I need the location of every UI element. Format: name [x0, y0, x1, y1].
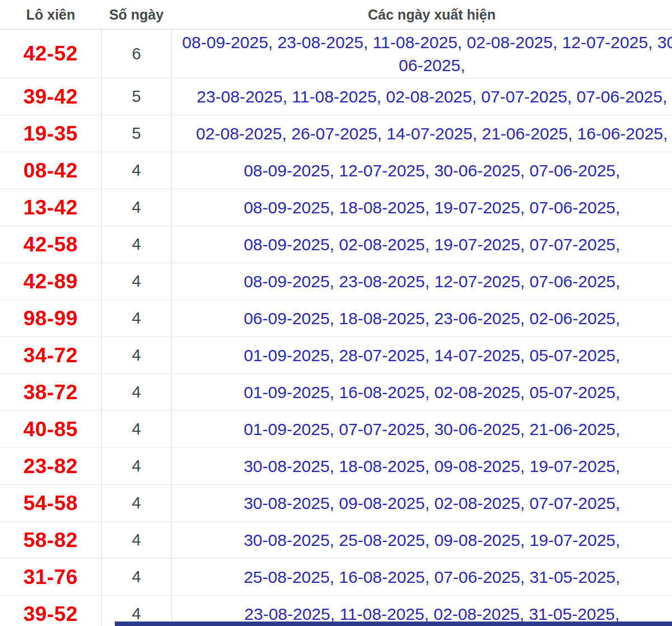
pair-cell: 42-89 — [0, 263, 101, 300]
dates-cell: 08-09-2025, 23-08-2025, 11-08-2025, 02-0… — [171, 30, 672, 78]
pair-cell: 58-82 — [0, 522, 101, 559]
pair-cell: 13-42 — [0, 189, 101, 226]
pair-cell: 38-72 — [0, 374, 101, 411]
dates-cell: 23-08-2025, 11-08-2025, 02-08-2025, 07-0… — [171, 78, 672, 115]
dates-cell: 25-08-2025, 16-08-2025, 07-06-2025, 31-0… — [171, 559, 672, 596]
days-cell: 4 — [101, 559, 171, 596]
pair-cell: 39-42 — [0, 78, 101, 115]
pair-cell: 54-58 — [0, 485, 101, 522]
dates-cell: 06-09-2025, 18-08-2025, 23-06-2025, 02-0… — [171, 300, 672, 337]
dates-cell: 08-09-2025, 12-07-2025, 30-06-2025, 07-0… — [171, 152, 672, 189]
days-cell: 4 — [101, 411, 171, 448]
days-cell: 5 — [101, 78, 171, 115]
table-row: 42-89 4 08-09-2025, 23-08-2025, 12-07-20… — [0, 263, 672, 300]
pair-cell: 31-76 — [0, 559, 101, 596]
table-row: 31-76 4 25-08-2025, 16-08-2025, 07-06-20… — [0, 559, 672, 596]
pair-cell: 23-82 — [0, 448, 101, 485]
days-cell: 4 — [101, 152, 171, 189]
dates-cell: 02-08-2025, 26-07-2025, 14-07-2025, 21-0… — [171, 115, 672, 152]
dates-cell: 01-09-2025, 07-07-2025, 30-06-2025, 21-0… — [171, 411, 672, 448]
table-row: 58-82 4 30-08-2025, 25-08-2025, 09-08-20… — [0, 522, 672, 559]
table-header-row: Lô xiên Số ngày Các ngày xuất hiện — [0, 0, 672, 30]
days-cell: 4 — [101, 189, 171, 226]
days-cell: 4 — [101, 374, 171, 411]
table-row: 34-72 4 01-09-2025, 28-07-2025, 14-07-20… — [0, 337, 672, 374]
dates-cell: 30-08-2025, 25-08-2025, 09-08-2025, 19-0… — [171, 522, 672, 559]
days-cell: 4 — [101, 448, 171, 485]
pair-cell: 19-35 — [0, 115, 101, 152]
table-row: 13-42 4 08-09-2025, 18-08-2025, 19-07-20… — [0, 189, 672, 226]
pair-cell: 42-52 — [0, 30, 101, 78]
lottery-statistics-page: Lô xiên Số ngày Các ngày xuất hiện 42-52… — [0, 0, 672, 626]
days-cell: 4 — [101, 300, 171, 337]
dates-cell: 01-09-2025, 28-07-2025, 14-07-2025, 05-0… — [171, 337, 672, 374]
dates-cell: 30-08-2025, 09-08-2025, 02-08-2025, 07-0… — [171, 485, 672, 522]
column-header-dates: Các ngày xuất hiện — [171, 0, 672, 30]
table-row: 19-35 5 02-08-2025, 26-07-2025, 14-07-20… — [0, 115, 672, 152]
table-row: 23-82 4 30-08-2025, 18-08-2025, 09-08-20… — [0, 448, 672, 485]
dates-cell: 08-09-2025, 18-08-2025, 19-07-2025, 07-0… — [171, 189, 672, 226]
pair-cell: 08-42 — [0, 152, 101, 189]
table-row: 08-42 4 08-09-2025, 12-07-2025, 30-06-20… — [0, 152, 672, 189]
days-cell: 4 — [101, 522, 171, 559]
dates-cell: 01-09-2025, 16-08-2025, 02-08-2025, 05-0… — [171, 374, 672, 411]
dates-cell: 08-09-2025, 23-08-2025, 12-07-2025, 07-0… — [171, 263, 672, 300]
days-cell: 4 — [101, 337, 171, 374]
table-row: 39-42 5 23-08-2025, 11-08-2025, 02-08-20… — [0, 78, 672, 115]
column-header-days: Số ngày — [101, 0, 171, 30]
dates-cell: 08-09-2025, 02-08-2025, 19-07-2025, 07-0… — [171, 226, 672, 263]
days-cell: 6 — [101, 30, 171, 78]
column-header-pair: Lô xiên — [0, 0, 101, 30]
table-row: 42-58 4 08-09-2025, 02-08-2025, 19-07-20… — [0, 226, 672, 263]
days-cell: 4 — [101, 263, 171, 300]
pair-cell: 34-72 — [0, 337, 101, 374]
table-row: 38-72 4 01-09-2025, 16-08-2025, 02-08-20… — [0, 374, 672, 411]
table-row: 98-99 4 06-09-2025, 18-08-2025, 23-06-20… — [0, 300, 672, 337]
days-cell: 4 — [101, 485, 171, 522]
days-cell: 4 — [101, 226, 171, 263]
pair-cell: 98-99 — [0, 300, 101, 337]
pair-cell: 42-58 — [0, 226, 101, 263]
next-section-header-bar — [115, 622, 672, 626]
pair-cell: 39-52 — [0, 596, 101, 626]
table-row: 42-52 6 08-09-2025, 23-08-2025, 11-08-20… — [0, 30, 672, 78]
table-row: 40-85 4 01-09-2025, 07-07-2025, 30-06-20… — [0, 411, 672, 448]
table-row: 54-58 4 30-08-2025, 09-08-2025, 02-08-20… — [0, 485, 672, 522]
dates-cell: 30-08-2025, 18-08-2025, 09-08-2025, 19-0… — [171, 448, 672, 485]
statistics-table: Lô xiên Số ngày Các ngày xuất hiện 42-52… — [0, 0, 672, 626]
pair-cell: 40-85 — [0, 411, 101, 448]
days-cell: 5 — [101, 115, 171, 152]
